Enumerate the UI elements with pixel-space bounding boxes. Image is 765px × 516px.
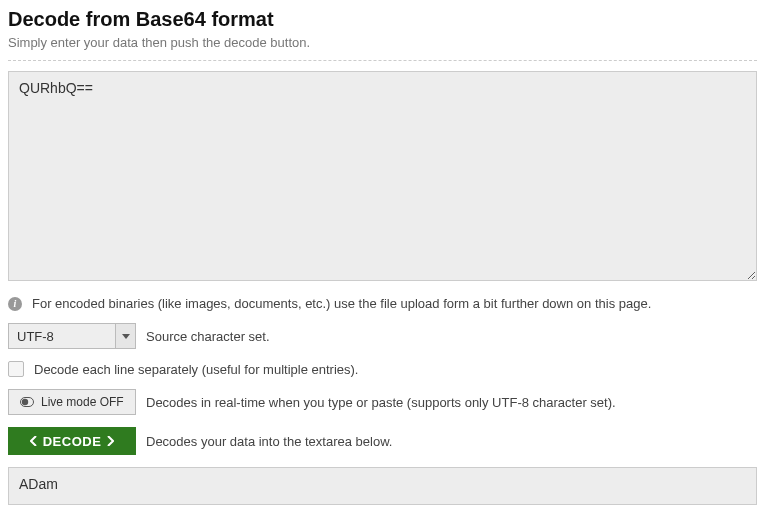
svg-point-1 [22, 399, 28, 405]
decode-description: Decodes your data into the textarea belo… [146, 434, 392, 449]
live-mode-row: Live mode OFF Decodes in real-time when … [8, 389, 757, 415]
decode-each-line-checkbox[interactable] [8, 361, 24, 377]
line-option-row: Decode each line separately (useful for … [8, 361, 757, 377]
charset-row: UTF-8 Source character set. [8, 323, 757, 349]
base64-input[interactable] [8, 71, 757, 281]
page-title: Decode from Base64 format [8, 8, 757, 31]
live-mode-toggle[interactable]: Live mode OFF [8, 389, 136, 415]
decode-button[interactable]: DECODE [8, 427, 136, 455]
chevron-down-icon [115, 324, 135, 348]
binary-hint-text: For encoded binaries (like images, docum… [32, 296, 651, 311]
decoded-output[interactable] [8, 467, 757, 505]
decode-row: DECODE Decodes your data into the textar… [8, 427, 757, 455]
chevron-right-icon [107, 436, 114, 446]
toggle-off-icon [19, 397, 35, 407]
live-mode-description: Decodes in real-time when you type or pa… [146, 395, 616, 410]
info-icon: i [8, 297, 22, 311]
charset-select[interactable]: UTF-8 [8, 323, 136, 349]
live-mode-toggle-label: Live mode OFF [41, 395, 124, 409]
charset-selected-value: UTF-8 [9, 329, 115, 344]
divider [8, 60, 757, 61]
decode-button-label: DECODE [43, 434, 102, 449]
page-subtitle: Simply enter your data then push the dec… [8, 35, 757, 50]
decode-each-line-label: Decode each line separately (useful for … [34, 362, 358, 377]
chevron-left-icon [30, 436, 37, 446]
binary-hint-row: i For encoded binaries (like images, doc… [8, 296, 757, 311]
charset-label: Source character set. [146, 329, 270, 344]
